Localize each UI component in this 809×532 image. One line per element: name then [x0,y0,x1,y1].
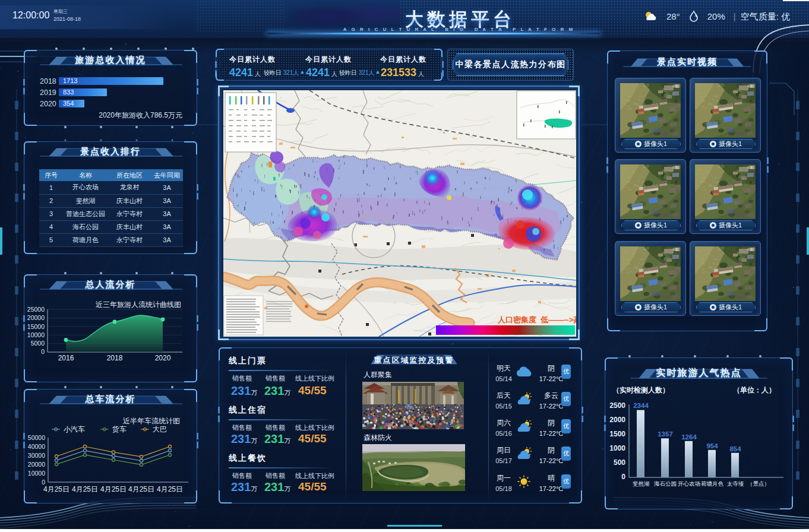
svg-text:荷塘月色: 荷塘月色 [701,480,724,487]
svg-text:25000: 25000 [27,306,45,313]
svg-text:0: 0 [621,473,625,481]
svg-text:10000: 10000 [28,470,45,477]
svg-text:1500: 1500 [609,430,625,438]
svg-text:0: 0 [41,348,45,355]
svg-text:4月25日: 4月25日 [72,485,98,493]
svg-text:2500: 2500 [609,401,625,410]
svg-text:10000: 10000 [27,331,45,338]
svg-text:4月25日: 4月25日 [128,485,154,493]
svg-text:954: 954 [706,442,718,449]
svg-text:2016: 2016 [58,354,74,362]
svg-text:854: 854 [729,445,741,452]
svg-text:2020: 2020 [155,354,171,362]
svg-text:50000: 50000 [28,434,45,441]
svg-text:2344: 2344 [633,402,649,409]
svg-text:15000: 15000 [27,323,45,330]
svg-text:开心农场: 开心农场 [678,480,700,487]
svg-text:太寺垭: 太寺垭 [727,480,744,487]
svg-text:海石公园: 海石公园 [654,480,677,487]
svg-text:20000: 20000 [27,314,45,321]
svg-text:（景点）: （景点） [747,480,770,487]
svg-text:2018: 2018 [107,354,123,362]
svg-text:4月25日: 4月25日 [100,485,127,493]
svg-text:40000: 40000 [28,443,45,450]
svg-text:1264: 1264 [681,433,697,441]
svg-text:4月25日: 4月25日 [43,485,69,493]
svg-text:20000: 20000 [28,461,45,468]
svg-text:1357: 1357 [658,430,673,438]
svg-text:货车: 货车 [112,425,127,433]
svg-text:4月25日: 4月25日 [157,485,183,493]
svg-text:500: 500 [614,458,625,467]
svg-text:大巴: 大巴 [153,425,167,433]
svg-text:人口密集度 低——-->高: 人口密集度 低——-->高 [497,315,576,324]
svg-text:2000: 2000 [609,416,625,424]
svg-text:30000: 30000 [28,452,45,459]
svg-text:斐然湖: 斐然湖 [633,480,650,487]
svg-text:1000: 1000 [609,444,625,452]
svg-text:5000: 5000 [31,340,45,347]
svg-text:小汽车: 小汽车 [64,425,85,433]
